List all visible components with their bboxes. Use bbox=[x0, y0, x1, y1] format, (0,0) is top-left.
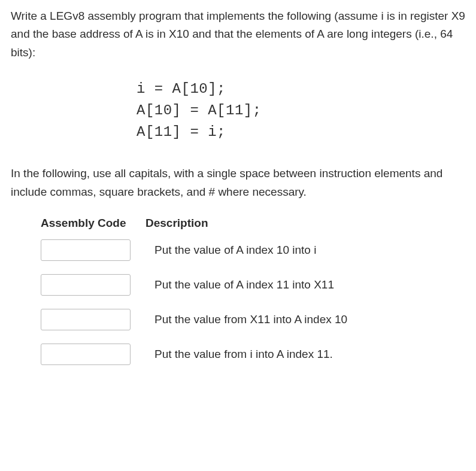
row-description: Put the value from X11 into A index 10 bbox=[154, 311, 465, 329]
table-row: Put the value from X11 into A index 10 bbox=[41, 309, 465, 330]
assembly-input-2[interactable] bbox=[41, 274, 131, 296]
code-line-3: A[11] = i; bbox=[137, 121, 465, 143]
table-row: Put the value from i into A index 11. bbox=[41, 344, 465, 365]
instructions-text: In the following, use all capitals, with… bbox=[11, 165, 465, 201]
assembly-input-1[interactable] bbox=[41, 239, 131, 261]
header-description: Description bbox=[145, 214, 208, 232]
code-block: i = A[10]; A[10] = A[11]; A[11] = i; bbox=[11, 78, 465, 143]
assembly-input-3[interactable] bbox=[41, 309, 131, 330]
row-description: Put the value from i into A index 11. bbox=[154, 345, 465, 363]
header-assembly-code: Assembly Code bbox=[41, 214, 145, 232]
table-row: Put the value of A index 11 into X11 bbox=[41, 274, 465, 296]
table-header: Assembly Code Description bbox=[41, 214, 465, 232]
code-line-2: A[10] = A[11]; bbox=[137, 100, 465, 121]
row-description: Put the value of A index 11 into X11 bbox=[154, 276, 465, 294]
code-line-1: i = A[10]; bbox=[137, 78, 465, 100]
table-row: Put the value of A index 10 into i bbox=[41, 239, 465, 261]
answer-table: Assembly Code Description Put the value … bbox=[41, 214, 465, 365]
question-intro: Write a LEGv8 assembly program that impl… bbox=[11, 7, 465, 62]
row-description: Put the value of A index 10 into i bbox=[154, 241, 465, 259]
assembly-input-4[interactable] bbox=[41, 344, 131, 365]
